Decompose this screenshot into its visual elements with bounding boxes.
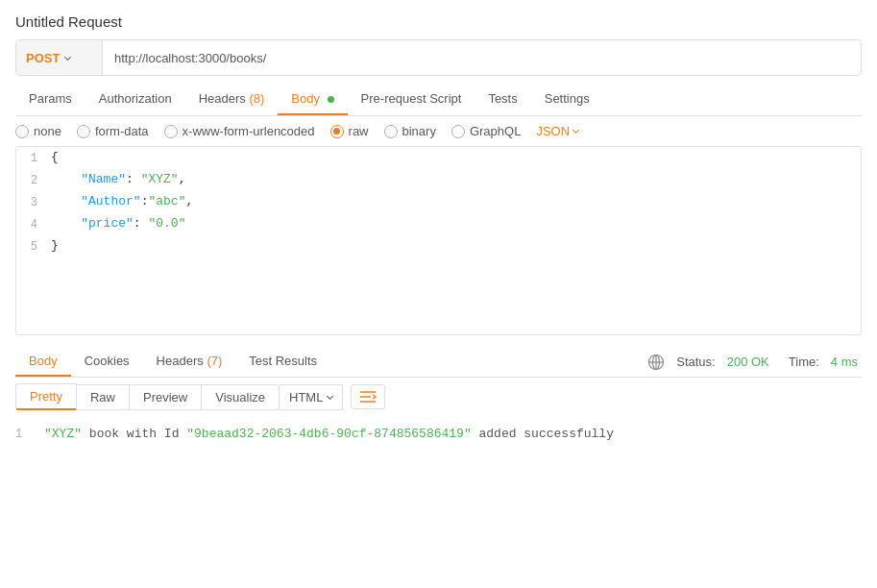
tab-authorization[interactable]: Authorization — [85, 84, 185, 115]
radio-graphql — [451, 125, 465, 138]
globe-icon[interactable] — [647, 354, 665, 371]
json-format-select[interactable]: JSON — [536, 124, 578, 138]
response-body: 1 "XYZ" book with Id "9beaad32-2063-4db6… — [0, 416, 877, 453]
format-raw[interactable]: Raw — [77, 384, 130, 410]
option-form-data[interactable]: form-data — [77, 124, 149, 138]
request-bar: POST — [15, 39, 862, 76]
wrap-button[interactable] — [351, 384, 385, 409]
option-graphql[interactable]: GraphQL — [451, 124, 521, 138]
wrap-lines-icon — [359, 390, 377, 404]
radio-raw — [330, 125, 344, 138]
html-format-select[interactable]: HTML — [280, 384, 343, 410]
editor-line-3: 3 "Author":"abc", — [16, 191, 861, 213]
format-visualize[interactable]: Visualize — [202, 384, 280, 410]
page-title: Untitled Request — [0, 0, 877, 39]
response-toolbar: Pretty Raw Preview Visualize HTML — [0, 378, 877, 416]
radio-urlencoded — [164, 125, 178, 138]
option-binary[interactable]: binary — [384, 124, 436, 138]
time-value: 4 ms — [831, 355, 858, 369]
response-content: "XYZ" book with Id "9beaad32-2063-4db6-9… — [44, 424, 862, 445]
tab-pre-request[interactable]: Pre-request Script — [348, 84, 475, 115]
method-label: POST — [26, 51, 60, 65]
method-select[interactable]: POST — [16, 40, 103, 75]
tab-settings[interactable]: Settings — [531, 84, 603, 115]
html-chevron-icon — [327, 392, 333, 399]
response-tab-headers[interactable]: Headers (7) — [143, 347, 236, 377]
body-options: none form-data x-www-form-urlencoded raw… — [0, 116, 877, 146]
response-tabs: Body Cookies Headers (7) Test Results St… — [15, 347, 862, 378]
response-tab-body[interactable]: Body — [15, 347, 71, 377]
radio-none — [15, 125, 29, 138]
editor-line-1: 1 { — [16, 147, 861, 169]
option-none[interactable]: none — [15, 124, 61, 138]
json-chevron-icon — [572, 127, 579, 134]
tab-params[interactable]: Params — [15, 84, 85, 115]
radio-form-data — [77, 125, 90, 138]
time-label: Time: — [789, 355, 819, 369]
option-raw[interactable]: raw — [330, 124, 369, 138]
tab-tests[interactable]: Tests — [475, 84, 530, 115]
editor-line-4: 4 "price": "0.0" — [16, 213, 861, 235]
editor-area[interactable]: 1 { 2 "Name": "XYZ", 3 "Author":"abc", 4… — [15, 146, 862, 335]
tab-body[interactable]: Body — [278, 84, 347, 115]
response-line-1: 1 "XYZ" book with Id "9beaad32-2063-4db6… — [15, 424, 862, 445]
editor-line-5: 5 } — [16, 235, 861, 257]
response-meta: Status: 200 OK Time: 4 ms — [647, 354, 862, 371]
method-chevron-icon — [64, 53, 71, 60]
response-tab-cookies[interactable]: Cookies — [71, 347, 143, 377]
status-label: Status: — [676, 355, 715, 369]
tab-headers[interactable]: Headers (8) — [185, 84, 279, 115]
response-tab-test-results[interactable]: Test Results — [235, 347, 330, 377]
format-pretty[interactable]: Pretty — [15, 383, 77, 410]
status-value: 200 OK — [727, 355, 769, 369]
format-preview[interactable]: Preview — [130, 384, 202, 410]
body-dot — [328, 96, 334, 103]
url-input[interactable] — [103, 40, 861, 75]
option-urlencoded[interactable]: x-www-form-urlencoded — [164, 124, 315, 138]
request-tabs: Params Authorization Headers (8) Body Pr… — [15, 84, 862, 116]
radio-binary — [384, 125, 398, 138]
editor-line-2: 2 "Name": "XYZ", — [16, 169, 861, 191]
